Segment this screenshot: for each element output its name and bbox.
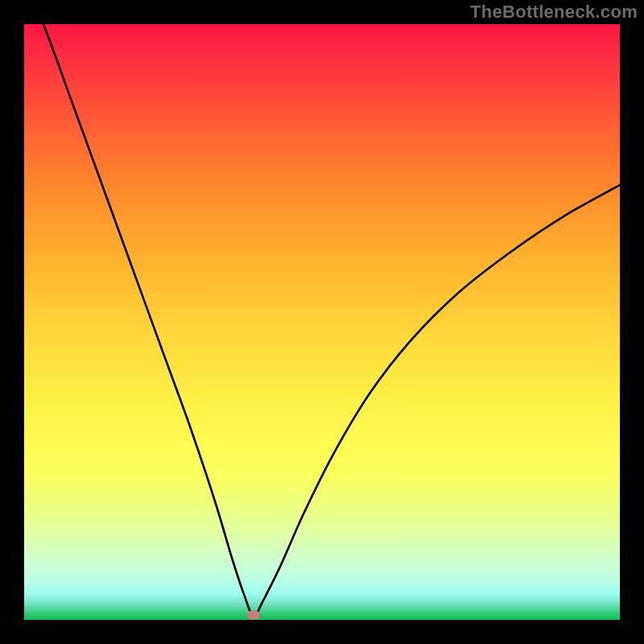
- bottleneck-curve: [24, 24, 620, 620]
- watermark-text: TheBottleneck.com: [470, 2, 638, 23]
- plot-area: [24, 24, 620, 620]
- minimum-marker: [247, 611, 260, 620]
- chart-frame: TheBottleneck.com: [0, 0, 644, 644]
